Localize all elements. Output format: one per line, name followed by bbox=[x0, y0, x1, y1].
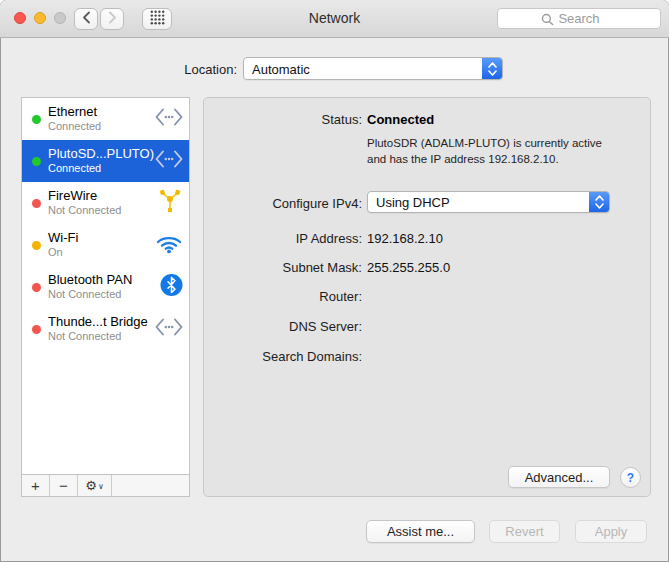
sidebar-item-plutosdr[interactable]: PlutoSD...PLUTO) Connected bbox=[22, 140, 189, 182]
interface-name: Ethernet bbox=[48, 105, 101, 120]
interface-status: Not Connected bbox=[48, 330, 148, 343]
status-dot bbox=[32, 199, 41, 208]
status-dot bbox=[32, 283, 41, 292]
interface-status: On bbox=[48, 246, 78, 259]
status-label: Status: bbox=[204, 112, 362, 127]
search-domains-label: Search Domains: bbox=[204, 349, 362, 364]
advanced-button[interactable]: Advanced... bbox=[508, 466, 610, 488]
interface-name: PlutoSD...PLUTO) bbox=[48, 147, 154, 162]
sidebar-item-wifi[interactable]: Wi-Fi On bbox=[22, 224, 189, 266]
add-interface-button[interactable]: + bbox=[22, 475, 50, 496]
wifi-icon bbox=[155, 233, 183, 258]
assist-me-button[interactable]: Assist me... bbox=[366, 520, 475, 543]
search-field[interactable] bbox=[497, 8, 661, 29]
help-button[interactable]: ? bbox=[620, 467, 641, 488]
gear-icon: ⚙ bbox=[85, 478, 97, 493]
configure-ipv4-label: Configure IPv4: bbox=[204, 196, 362, 211]
sidebar-item-ethernet[interactable]: Ethernet Connected bbox=[22, 98, 189, 140]
interface-name: Bluetooth PAN bbox=[48, 273, 132, 288]
firewire-icon bbox=[157, 188, 183, 218]
interface-status: Connected bbox=[48, 162, 154, 175]
status-description: PlutoSDR (ADALM-PLUTO) is currently acti… bbox=[367, 135, 602, 167]
sidebar-item-thunderbolt-bridge[interactable]: Thunde...t Bridge Not Connected bbox=[22, 308, 189, 350]
popup-stepper-icon bbox=[589, 192, 609, 212]
location-label: Location: bbox=[100, 62, 237, 77]
subnet-mask-label: Subnet Mask: bbox=[204, 260, 362, 275]
revert-button[interactable]: Revert bbox=[489, 520, 560, 543]
configure-ipv4-value: Using DHCP bbox=[376, 195, 450, 210]
status-dot bbox=[32, 325, 41, 334]
ip-address-label: IP Address: bbox=[204, 231, 362, 246]
interfaces-sidebar: Ethernet Connected PlutoSD...PLUTO) Conn… bbox=[21, 97, 190, 497]
ethernet-icon bbox=[155, 318, 183, 340]
sidebar-toolbar: + − ⚙ ∨ bbox=[22, 474, 189, 496]
search-input[interactable] bbox=[497, 8, 661, 29]
bluetooth-icon bbox=[160, 274, 183, 301]
subnet-mask-value: 255.255.255.0 bbox=[367, 260, 450, 275]
ip-address-value: 192.168.2.10 bbox=[367, 231, 443, 246]
status-value: Connected bbox=[367, 112, 434, 127]
configure-ipv4-popup[interactable]: Using DHCP bbox=[367, 191, 610, 213]
interface-name: Thunde...t Bridge bbox=[48, 315, 148, 330]
titlebar: Network bbox=[0, 0, 669, 38]
sidebar-item-bluetooth-pan[interactable]: Bluetooth PAN Not Connected bbox=[22, 266, 189, 308]
interface-status: Connected bbox=[48, 120, 101, 133]
remove-interface-button[interactable]: − bbox=[50, 475, 78, 496]
connection-detail-panel: Status: Connected PlutoSDR (ADALM-PLUTO)… bbox=[203, 97, 651, 497]
location-popup-value: Automatic bbox=[252, 61, 310, 76]
popup-stepper-icon bbox=[482, 58, 502, 79]
sidebar-item-firewire[interactable]: FireWire Not Connected bbox=[22, 182, 189, 224]
router-label: Router: bbox=[204, 289, 362, 304]
location-popup[interactable]: Automatic bbox=[243, 57, 503, 80]
apply-button[interactable]: Apply bbox=[575, 520, 647, 543]
status-description-line2: and has the IP address 192.168.2.10. bbox=[367, 151, 602, 167]
interface-name: Wi-Fi bbox=[48, 231, 78, 246]
interface-status: Not Connected bbox=[48, 204, 121, 217]
action-menu-button[interactable]: ⚙ ∨ bbox=[78, 475, 112, 496]
chevron-down-icon: ∨ bbox=[98, 482, 104, 491]
network-preferences-window: Network Location: Automatic Ethernet Con… bbox=[0, 0, 669, 562]
status-dot bbox=[32, 241, 41, 250]
interface-name: FireWire bbox=[48, 189, 121, 204]
interface-status: Not Connected bbox=[48, 288, 132, 301]
status-dot bbox=[32, 115, 41, 124]
status-description-line1: PlutoSDR (ADALM-PLUTO) is currently acti… bbox=[367, 135, 602, 151]
status-dot bbox=[32, 157, 41, 166]
ethernet-icon bbox=[155, 150, 183, 172]
ethernet-icon bbox=[155, 108, 183, 130]
dns-server-label: DNS Server: bbox=[204, 319, 362, 334]
